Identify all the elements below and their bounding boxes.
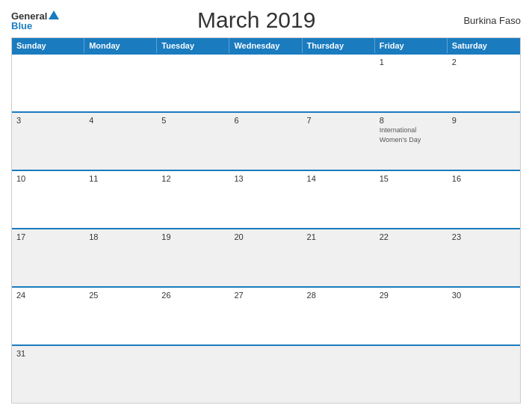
day-number: 16 (452, 174, 515, 183)
calendar-cell: 26 (157, 288, 229, 344)
day-number: 23 (452, 232, 515, 241)
day-number: 9 (452, 116, 515, 125)
calendar-cell (303, 55, 375, 111)
calendar-cell: 20 (229, 229, 302, 286)
day-number: 19 (161, 232, 224, 241)
logo-row2: Blue (11, 21, 59, 31)
calendar-cell: 16 (448, 171, 520, 228)
calendar-body: 12345678International Women's Day9101112… (12, 53, 520, 403)
calendar-row: 17181920212223 (12, 228, 520, 286)
calendar-cell: 7 (303, 113, 375, 170)
day-number: 18 (89, 232, 152, 241)
day-number: 20 (234, 232, 297, 241)
calendar-row: 31 (12, 344, 520, 403)
day-number: 15 (380, 174, 442, 183)
calendar-cell (84, 55, 157, 111)
day-number: 2 (452, 58, 515, 67)
header-cell-thursday: Thursday (303, 38, 375, 53)
day-number: 8 (380, 116, 442, 125)
header-cell-tuesday: Tuesday (157, 38, 229, 53)
header: General Blue March 2019 Burkina Faso (11, 7, 521, 33)
day-number: 1 (380, 58, 442, 67)
calendar-cell (12, 55, 84, 111)
calendar-cell: 9 (448, 113, 520, 170)
logo-block: General Blue (11, 10, 59, 31)
calendar-cell: 13 (229, 171, 302, 228)
calendar-row: 10111213141516 (12, 170, 520, 228)
day-number: 30 (452, 291, 515, 300)
calendar-cell (229, 55, 302, 111)
day-number: 11 (89, 174, 152, 183)
header-cell-saturday: Saturday (448, 38, 520, 53)
calendar-cell (229, 346, 302, 403)
calendar-cell: 29 (375, 288, 448, 344)
calendar-cell: 15 (375, 171, 448, 228)
day-number: 7 (307, 116, 370, 125)
day-number: 27 (234, 291, 297, 300)
day-number: 3 (16, 116, 79, 125)
calendar-cell (84, 346, 157, 403)
page: General Blue March 2019 Burkina Faso Sun… (0, 0, 532, 411)
calendar-title: March 2019 (59, 7, 454, 33)
calendar-row: 12 (12, 53, 520, 111)
day-number: 22 (380, 232, 442, 241)
calendar-cell (157, 55, 229, 111)
calendar-cell: 12 (157, 171, 229, 228)
logo-triangle-icon (49, 10, 59, 19)
day-number: 6 (234, 116, 297, 125)
day-number: 10 (16, 174, 79, 183)
logo: General Blue (11, 10, 59, 31)
logo-blue-text: Blue (11, 21, 32, 31)
calendar-cell (157, 346, 229, 403)
calendar-cell: 28 (303, 288, 375, 344)
day-number: 5 (161, 116, 224, 125)
calendar: SundayMondayTuesdayWednesdayThursdayFrid… (11, 37, 521, 404)
day-number: 17 (16, 232, 79, 241)
calendar-cell: 6 (229, 113, 302, 170)
calendar-cell: 17 (12, 229, 84, 286)
calendar-cell: 3 (12, 113, 84, 170)
day-number: 28 (307, 291, 370, 300)
day-number: 14 (307, 174, 370, 183)
day-number: 21 (307, 232, 370, 241)
calendar-row: 345678International Women's Day9 (12, 111, 520, 170)
country-label: Burkina Faso (454, 15, 521, 26)
calendar-cell: 11 (84, 171, 157, 228)
calendar-cell: 18 (84, 229, 157, 286)
calendar-cell: 8International Women's Day (375, 113, 448, 170)
calendar-cell: 4 (84, 113, 157, 170)
calendar-cell: 30 (448, 288, 520, 344)
calendar-cell: 25 (84, 288, 157, 344)
calendar-row: 24252627282930 (12, 286, 520, 344)
calendar-cell: 1 (375, 55, 448, 111)
calendar-cell: 27 (229, 288, 302, 344)
logo-row1: General (11, 10, 59, 21)
header-cell-sunday: Sunday (12, 38, 84, 53)
calendar-cell: 14 (303, 171, 375, 228)
calendar-cell: 19 (157, 229, 229, 286)
calendar-cell (303, 346, 375, 403)
calendar-cell: 2 (448, 55, 520, 111)
day-number: 24 (16, 291, 79, 300)
header-cell-friday: Friday (375, 38, 448, 53)
calendar-cell: 22 (375, 229, 448, 286)
day-number: 12 (161, 174, 224, 183)
day-number: 4 (89, 116, 152, 125)
calendar-cell (375, 346, 448, 403)
calendar-cell: 23 (448, 229, 520, 286)
calendar-cell: 10 (12, 171, 84, 228)
calendar-cell: 24 (12, 288, 84, 344)
event-label: International Women's Day (380, 126, 421, 143)
day-number: 26 (161, 291, 224, 300)
calendar-header: SundayMondayTuesdayWednesdayThursdayFrid… (12, 38, 520, 53)
day-number: 31 (16, 349, 79, 358)
calendar-cell: 5 (157, 113, 229, 170)
calendar-cell: 21 (303, 229, 375, 286)
header-cell-wednesday: Wednesday (229, 38, 302, 53)
day-number: 29 (380, 291, 442, 300)
logo-general-text: General (11, 11, 47, 21)
day-number: 13 (234, 174, 297, 183)
calendar-cell (448, 346, 520, 403)
day-number: 25 (89, 291, 152, 300)
header-cell-monday: Monday (84, 38, 157, 53)
